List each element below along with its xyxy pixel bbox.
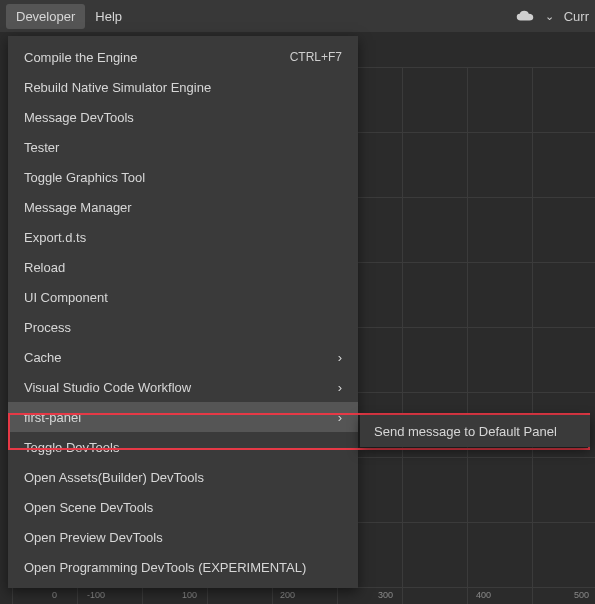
dropdown-item-reload[interactable]: Reload — [8, 252, 358, 282]
dropdown-item-label: Toggle DevTools — [24, 440, 342, 455]
dropdown-item-open-programming-devtools-experimental[interactable]: Open Programming DevTools (EXPERIMENTAL) — [8, 552, 358, 582]
dropdown-item-label: Message DevTools — [24, 110, 342, 125]
dropdown-item-message-manager[interactable]: Message Manager — [8, 192, 358, 222]
ruler-tick: 200 — [280, 590, 295, 600]
ruler-horizontal: 0 -100 100 200 300 400 500 — [12, 588, 595, 600]
dropdown-item-label: Message Manager — [24, 200, 342, 215]
dropdown-item-open-scene-devtools[interactable]: Open Scene DevTools — [8, 492, 358, 522]
dropdown-item-message-devtools[interactable]: Message DevTools — [8, 102, 358, 132]
ruler-tick: 400 — [476, 590, 491, 600]
dropdown-item-compile-the-engine[interactable]: Compile the EngineCTRL+F7 — [8, 42, 358, 72]
submenu-panel[interactable]: Send message to Default Panel — [360, 415, 590, 447]
ruler-tick: 100 — [182, 590, 197, 600]
chevron-down-icon[interactable]: ⌄ — [545, 10, 554, 23]
dropdown-item-label: Process — [24, 320, 342, 335]
dropdown-item-first-panel[interactable]: first-panel› — [8, 402, 358, 432]
dropdown-item-label: Open Scene DevTools — [24, 500, 342, 515]
dropdown-item-label: Reload — [24, 260, 342, 275]
dropdown-item-label: Visual Studio Code Workflow — [24, 380, 330, 395]
dropdown-item-cache[interactable]: Cache› — [8, 342, 358, 372]
menubar-right: ⌄ Curr — [515, 9, 589, 24]
dropdown-item-label: Cache — [24, 350, 330, 365]
ruler-tick: 0 — [52, 590, 57, 600]
dropdown-item-label: Toggle Graphics Tool — [24, 170, 342, 185]
dropdown-item-label: Compile the Engine — [24, 50, 290, 65]
chevron-right-icon: › — [338, 410, 342, 425]
dropdown-item-label: Open Preview DevTools — [24, 530, 342, 545]
dropdown-item-label: UI Component — [24, 290, 342, 305]
dropdown-item-toggle-devtools[interactable]: Toggle DevTools — [8, 432, 358, 462]
dropdown-item-shortcut: CTRL+F7 — [290, 50, 342, 64]
dropdown-item-label: Open Programming DevTools (EXPERIMENTAL) — [24, 560, 342, 575]
right-label: Curr — [564, 9, 589, 24]
menubar-item-help[interactable]: Help — [85, 4, 132, 29]
dropdown-item-open-assets-builder-devtools[interactable]: Open Assets(Builder) DevTools — [8, 462, 358, 492]
menubar: Developer Help ⌄ Curr — [0, 0, 595, 32]
submenu-item-label: Send message to Default Panel — [374, 424, 557, 439]
ruler-tick: 300 — [378, 590, 393, 600]
dropdown-item-label: Tester — [24, 140, 342, 155]
dropdown-item-label: Export.d.ts — [24, 230, 342, 245]
dropdown-item-label: Rebuild Native Simulator Engine — [24, 80, 342, 95]
ruler-tick: 500 — [574, 590, 589, 600]
dropdown-item-label: Open Assets(Builder) DevTools — [24, 470, 342, 485]
chevron-right-icon: › — [338, 380, 342, 395]
dropdown-item-process[interactable]: Process — [8, 312, 358, 342]
menubar-item-developer[interactable]: Developer — [6, 4, 85, 29]
dropdown-item-export-d-ts[interactable]: Export.d.ts — [8, 222, 358, 252]
ruler-tick: -100 — [87, 590, 105, 600]
dropdown-item-visual-studio-code-workflow[interactable]: Visual Studio Code Workflow› — [8, 372, 358, 402]
dropdown-item-toggle-graphics-tool[interactable]: Toggle Graphics Tool — [8, 162, 358, 192]
dropdown-item-rebuild-native-simulator-engine[interactable]: Rebuild Native Simulator Engine — [8, 72, 358, 102]
dropdown-item-open-preview-devtools[interactable]: Open Preview DevTools — [8, 522, 358, 552]
dropdown-item-tester[interactable]: Tester — [8, 132, 358, 162]
dropdown-item-ui-component[interactable]: UI Component — [8, 282, 358, 312]
chevron-right-icon: › — [338, 350, 342, 365]
developer-dropdown: Compile the EngineCTRL+F7Rebuild Native … — [8, 36, 358, 588]
dropdown-item-label: first-panel — [24, 410, 330, 425]
cloud-icon[interactable] — [515, 10, 535, 22]
